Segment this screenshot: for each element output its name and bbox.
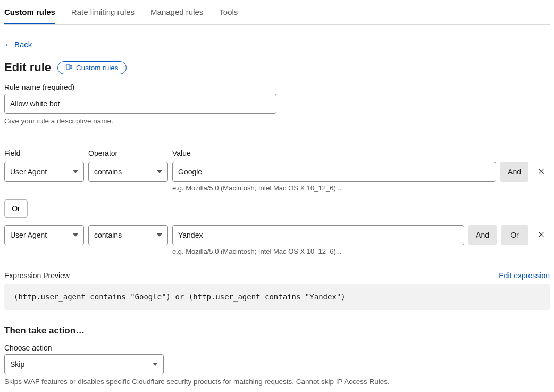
caret-down-icon	[157, 233, 162, 237]
close-icon	[537, 230, 545, 240]
edit-expression-link[interactable]: Edit expression	[499, 271, 550, 280]
caret-down-icon	[73, 233, 78, 237]
divider	[4, 139, 550, 139]
col-operator: Operator	[88, 149, 168, 157]
value-hint: e.g. Mozilla/5.0 (Macintosh; Intel Mac O…	[172, 247, 550, 255]
action-hint: Skips WAF features or disables specific …	[4, 378, 550, 386]
tab-custom-rules[interactable]: Custom rules	[4, 0, 55, 24]
value-input[interactable]	[172, 162, 496, 182]
expression-row: User Agent contains And Or	[4, 225, 550, 245]
or-connector-button[interactable]: Or	[4, 199, 28, 218]
then-take-action-heading: Then take action…	[4, 326, 550, 336]
caret-down-icon	[73, 170, 78, 173]
and-button[interactable]: And	[468, 225, 497, 245]
remove-row-button[interactable]	[533, 225, 550, 245]
value-hint: e.g. Mozilla/5.0 (Macintosh; Intel Mac O…	[172, 184, 550, 192]
field-select[interactable]: User Agent	[4, 162, 84, 182]
col-field: Field	[4, 149, 84, 157]
back-label: Back	[14, 40, 32, 49]
badge-label: Custom rules	[76, 64, 119, 72]
remove-row-button[interactable]	[533, 162, 550, 182]
expression-row: User Agent contains And	[4, 162, 550, 182]
and-button[interactable]: And	[500, 162, 528, 182]
col-value: Value	[172, 149, 550, 157]
custom-rules-badge[interactable]: Custom rules	[57, 61, 127, 74]
expression-columns-header: Field Operator Value	[4, 149, 550, 160]
caret-down-icon	[153, 363, 158, 366]
value-input[interactable]	[172, 225, 464, 245]
or-button[interactable]: Or	[501, 225, 528, 245]
rules-icon	[65, 63, 73, 72]
rule-name-input[interactable]	[4, 94, 276, 114]
expression-preview-label: Expression Preview	[4, 271, 70, 280]
arrow-left-icon: ←	[4, 40, 12, 49]
operator-select[interactable]: contains	[88, 225, 168, 245]
choose-action-label: Choose action	[4, 344, 550, 352]
field-select[interactable]: User Agent	[4, 225, 84, 245]
operator-select[interactable]: contains	[88, 162, 168, 182]
tab-tools[interactable]: Tools	[219, 0, 238, 24]
page-title: Edit rule	[4, 61, 51, 74]
expression-preview-code: (http.user_agent contains "Google") or (…	[4, 284, 550, 310]
tab-rate-limiting[interactable]: Rate limiting rules	[71, 0, 135, 24]
rule-name-hint: Give your rule a descriptive name.	[4, 117, 550, 125]
close-icon	[537, 167, 545, 177]
caret-down-icon	[157, 170, 162, 173]
rule-name-label: Rule name (required)	[4, 83, 550, 91]
tabs-bar: Custom rules Rate limiting rules Managed…	[4, 0, 550, 25]
action-select[interactable]: Skip	[4, 354, 164, 374]
back-link[interactable]: ← Back	[4, 40, 32, 49]
tab-managed-rules[interactable]: Managed rules	[150, 0, 203, 24]
